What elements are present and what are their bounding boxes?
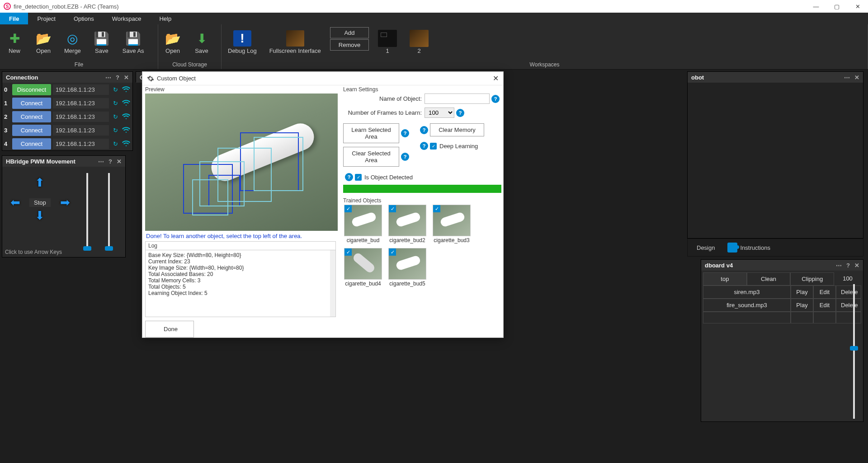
play-button[interactable]: Play (791, 299, 813, 312)
connection-button[interactable]: Disconnect (12, 84, 51, 95)
connection-ip[interactable]: 192.168.1.1:23 (53, 112, 109, 122)
connection-button[interactable]: Connect (12, 138, 51, 150)
connection-ip[interactable]: 192.168.1.1:23 (53, 139, 109, 149)
log-textarea[interactable]: Base Key Size: {Width=80, Height=80} Cur… (145, 250, 336, 317)
scrollbar[interactable] (330, 250, 335, 317)
workspace-1[interactable]: 1 (372, 24, 403, 60)
ribbon-new[interactable]: ✚New (0, 24, 29, 60)
trained-thumbnail[interactable]: ✓ (388, 205, 426, 236)
delete-button[interactable]: Delete (836, 299, 861, 312)
trained-checkbox[interactable]: ✓ (389, 205, 396, 212)
help-icon[interactable]: ? (456, 109, 464, 117)
wifi-icon[interactable] (122, 85, 131, 94)
panel-more-icon[interactable]: ⋯ (836, 262, 842, 269)
trained-object[interactable]: ✓ cigarette_bud2 (387, 205, 427, 243)
is-detected-checkbox[interactable]: ✓ (355, 174, 362, 181)
done-button[interactable]: Done (145, 321, 194, 337)
sb-col-top[interactable]: top (703, 272, 747, 285)
panel-close-icon[interactable]: ✕ (124, 74, 129, 81)
panel-close-icon[interactable]: ✕ (854, 262, 859, 269)
help-icon[interactable]: ? (401, 129, 409, 137)
sb-col-clean[interactable]: Clean (747, 272, 791, 285)
maximize-button[interactable]: ▢ (826, 0, 847, 13)
connection-ip[interactable]: 192.168.1.1:23 (53, 125, 109, 136)
stop-button[interactable]: Stop (29, 198, 51, 207)
deep-learning-checkbox[interactable]: ✓ (430, 143, 437, 150)
trained-thumbnail[interactable]: ✓ (344, 205, 382, 236)
menu-project[interactable]: Project (28, 13, 64, 24)
refresh-icon[interactable]: ↻ (111, 112, 120, 121)
clear-memory-button[interactable]: Clear Memory (430, 123, 484, 136)
clear-selected-button[interactable]: Clear Selected Area (343, 147, 399, 167)
ribbon-merge[interactable]: ◎Merge (58, 24, 87, 60)
slider-thumb[interactable] (105, 246, 113, 251)
ribbon-remove-workspace[interactable]: Remove (330, 39, 369, 51)
panel-more-icon[interactable]: ⋯ (98, 158, 104, 165)
preview-image[interactable] (145, 94, 338, 231)
trained-thumbnail[interactable]: ✓ (388, 248, 426, 280)
wifi-icon[interactable] (122, 139, 131, 148)
menu-workspace[interactable]: Workspace (103, 13, 151, 24)
panel-help-icon[interactable]: ? (116, 74, 119, 81)
ribbon-cloud-open[interactable]: 📂Open (158, 24, 187, 60)
play-button[interactable]: Play (791, 285, 813, 299)
workspace-2[interactable]: 2 (403, 24, 435, 60)
trained-thumbnail[interactable]: ✓ (344, 248, 382, 280)
frames-select[interactable]: 100 (425, 108, 454, 118)
delete-button[interactable]: Delete (836, 285, 861, 299)
trained-checkbox[interactable]: ✓ (433, 205, 440, 212)
panel-more-icon[interactable]: ⋯ (844, 74, 850, 81)
connection-button[interactable]: Connect (12, 125, 51, 136)
dialog-close-button[interactable]: ✕ (493, 74, 499, 83)
wifi-icon[interactable] (122, 126, 131, 135)
panel-more-icon[interactable]: ⋯ (105, 74, 111, 81)
trained-thumbnail[interactable]: ✓ (433, 205, 471, 236)
refresh-icon[interactable]: ↻ (111, 126, 120, 135)
panel-help-icon[interactable]: ? (108, 158, 112, 165)
refresh-icon[interactable]: ↻ (111, 139, 120, 148)
ribbon-fullscreen[interactable]: Fullscreen Interface (263, 24, 327, 60)
ribbon-open[interactable]: 📂Open (29, 24, 58, 60)
help-icon[interactable]: ? (491, 95, 500, 103)
panel-close-icon[interactable]: ✕ (117, 158, 122, 165)
connection-ip[interactable]: 192.168.1.1:23 (53, 98, 109, 108)
trained-checkbox[interactable]: ✓ (389, 248, 396, 256)
edit-button[interactable]: Edit (813, 285, 836, 299)
ribbon-cloud-save[interactable]: ⬇Save (187, 24, 216, 60)
ribbon-save-as[interactable]: 💾Save As (116, 24, 151, 60)
help-icon[interactable]: ? (345, 173, 353, 181)
tab-instructions[interactable]: Instructions (723, 240, 774, 255)
trained-object[interactable]: ✓ cigarette_bud (343, 205, 383, 243)
arrow-down-icon[interactable]: ⬇ (35, 209, 45, 223)
ribbon-debug-log[interactable]: !Debug Log (222, 24, 263, 60)
wifi-icon[interactable] (122, 112, 131, 121)
trained-object[interactable]: ✓ cigarette_bud5 (387, 248, 427, 287)
arrow-right-icon[interactable]: ➡ (60, 196, 70, 210)
slider-thumb[interactable] (83, 246, 91, 251)
help-icon[interactable]: ? (420, 142, 428, 150)
panel-close-icon[interactable]: ✕ (854, 74, 859, 81)
wifi-icon[interactable] (122, 98, 131, 108)
trained-object[interactable]: ✓ cigarette_bud4 (343, 248, 383, 287)
panel-help-icon[interactable]: ? (846, 262, 850, 269)
minimize-button[interactable]: — (806, 0, 826, 13)
trained-object[interactable]: ✓ cigarette_bud3 (432, 205, 472, 243)
learn-selected-button[interactable]: Learn Selected Area (343, 123, 399, 143)
menu-help[interactable]: Help (150, 13, 180, 24)
help-icon[interactable]: ? (401, 153, 409, 161)
name-of-object-input[interactable] (425, 94, 490, 104)
trained-checkbox[interactable]: ✓ (344, 248, 352, 256)
ribbon-add-workspace[interactable]: Add (330, 27, 369, 38)
menu-options[interactable]: Options (65, 13, 103, 24)
help-icon[interactable]: ? (420, 126, 428, 134)
menu-file[interactable]: File (0, 13, 28, 24)
connection-button[interactable]: Connect (12, 111, 51, 122)
ribbon-save[interactable]: 💾Save (87, 24, 116, 60)
close-window-button[interactable]: ✕ (847, 0, 868, 13)
connection-button[interactable]: Connect (12, 98, 51, 109)
volume-slider-thumb[interactable] (850, 346, 858, 351)
trained-checkbox[interactable]: ✓ (344, 205, 352, 212)
edit-button[interactable]: Edit (813, 299, 836, 312)
sb-col-clipping[interactable]: Clipping (790, 272, 834, 285)
tab-design[interactable]: Design (692, 242, 719, 254)
